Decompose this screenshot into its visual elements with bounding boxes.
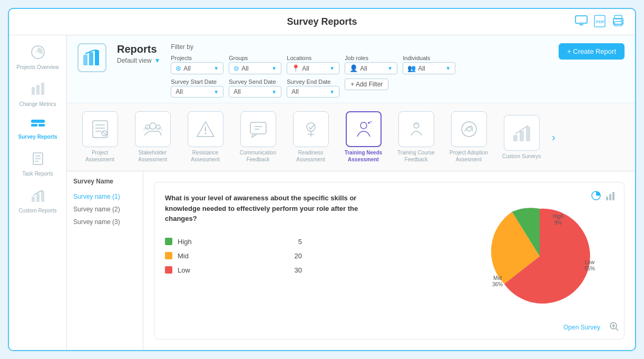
svg-rect-20 xyxy=(32,197,35,202)
svg-point-51 xyxy=(462,122,476,137)
report-card-icons xyxy=(591,190,616,203)
end-date-filter-select[interactable]: All ▼ xyxy=(287,86,339,98)
custom-surveys-icon-box xyxy=(504,115,540,151)
zoom-icon[interactable] xyxy=(609,322,619,334)
bottom-section: Survey Name Survey name (1) Survey name … xyxy=(67,171,635,350)
projects-select-icon: ⊛ xyxy=(175,64,181,72)
svg-rect-58 xyxy=(609,194,611,200)
individuals-filter-select[interactable]: 👥 All ▼ xyxy=(403,62,455,74)
svg-line-36 xyxy=(160,128,162,130)
svg-line-49 xyxy=(370,121,372,122)
pie-chart-container: High 9% Mid 36% Low 55% xyxy=(482,203,598,311)
survey-type-stakeholder-assessment[interactable]: Stakeholder Assessment xyxy=(128,109,178,166)
svg-rect-25 xyxy=(95,50,99,65)
high-value: 5 xyxy=(298,238,302,246)
high-dot xyxy=(165,238,172,245)
add-filter-button[interactable]: + Add Filter xyxy=(345,79,388,90)
survey-type-custom-surveys[interactable]: Custom Surveys xyxy=(496,112,547,162)
filter-group-job-roles: Job roles 👤 All ▼ xyxy=(345,55,397,74)
survey-type-training-needs[interactable]: Training Needs Assessment xyxy=(338,109,388,166)
svg-rect-12 xyxy=(41,83,44,95)
pdf-icon[interactable]: PDF xyxy=(594,15,606,29)
job-roles-filter-select[interactable]: 👤 All ▼ xyxy=(345,62,397,74)
survey-type-communication-feedback[interactable]: Communication Feedback xyxy=(233,109,283,166)
job-roles-filter-value: All xyxy=(360,65,367,72)
survey-type-project-assessment[interactable]: Project Assessment xyxy=(75,109,125,166)
default-view-label: Default view xyxy=(117,57,151,64)
sidebar-item-task-reports[interactable]: Task Reports xyxy=(9,147,66,181)
top-icons: PDF xyxy=(575,15,625,29)
send-date-filter-value: All xyxy=(233,88,240,95)
start-date-chevron-icon: ▼ xyxy=(213,89,219,95)
create-report-button[interactable]: + Create Report xyxy=(559,43,625,60)
pie-chart-svg: High 9% Mid 36% Low 55% xyxy=(482,203,598,309)
carousel-next-arrow[interactable]: › xyxy=(549,129,558,146)
job-roles-chevron-icon: ▼ xyxy=(387,65,393,71)
stakeholder-assessment-label: Stakeholder Assessment xyxy=(130,149,175,163)
sidebar-item-survey-reports[interactable]: Survey Reports xyxy=(9,114,66,144)
survey-list-item-1-label: Survey name (1) xyxy=(73,193,120,200)
svg-text:9%: 9% xyxy=(554,220,562,226)
svg-text:Low: Low xyxy=(585,259,595,265)
svg-text:55%: 55% xyxy=(584,266,595,271)
survey-list-item-3[interactable]: Survey name (3) xyxy=(73,216,136,228)
custom-reports-icon xyxy=(31,188,45,206)
svg-point-46 xyxy=(360,122,367,129)
svg-rect-14 xyxy=(31,124,37,127)
filter-label: Filter by xyxy=(171,43,548,51)
start-date-filter-select[interactable]: All ▼ xyxy=(171,86,223,98)
svg-rect-40 xyxy=(250,122,266,134)
bar-chart-view-icon[interactable] xyxy=(606,190,616,203)
groups-filter-label: Groups xyxy=(229,55,281,61)
svg-rect-55 xyxy=(526,127,530,141)
survey-type-training-course-feedback[interactable]: Training Course Feedback xyxy=(391,109,441,166)
svg-rect-26 xyxy=(93,121,108,138)
survey-list-item-2[interactable]: Survey name (2) xyxy=(73,203,136,216)
groups-filter-select[interactable]: ⊜ All ▼ xyxy=(229,62,281,74)
open-survey-link[interactable]: Open Survey xyxy=(563,324,600,331)
projects-filter-select[interactable]: ⊛ All ▼ xyxy=(171,62,223,74)
survey-carousel: Project Assessment xyxy=(67,103,635,171)
sidebar-label-custom-reports: Custom Reports xyxy=(18,208,56,214)
survey-list-item-1[interactable]: Survey name (1) xyxy=(73,190,136,203)
project-assessment-icon-box xyxy=(82,111,118,147)
sidebar-item-custom-reports[interactable]: Custom Reports xyxy=(9,184,66,218)
filter-group-individuals: Individuals 👥 All ▼ xyxy=(403,55,455,74)
data-table: High 5 Mid 20 Low 30 xyxy=(165,235,302,277)
training-course-feedback-icon-box xyxy=(398,111,434,147)
survey-type-project-adoption[interactable]: Project Adoption Assesment xyxy=(444,109,494,166)
survey-list: Survey Name Survey name (1) Survey name … xyxy=(67,171,143,350)
layout: Projects Overview Change Metrics xyxy=(9,35,635,350)
send-date-filter-select[interactable]: All ▼ xyxy=(229,86,281,98)
sidebar-label-survey-reports: Survey Reports xyxy=(18,134,57,140)
svg-line-67 xyxy=(616,328,618,331)
monitor-icon[interactable] xyxy=(575,15,588,28)
pie-chart-view-icon[interactable] xyxy=(591,190,601,203)
survey-type-resistance-assessment[interactable]: Resistance Assessment xyxy=(180,109,230,166)
svg-rect-54 xyxy=(520,131,524,141)
sidebar-item-projects-overview[interactable]: Projects Overview xyxy=(9,41,66,75)
filter-area: Filter by Projects ⊛ All ▼ Groups xyxy=(171,43,548,98)
sidebar-item-change-metrics[interactable]: Change Metrics xyxy=(9,77,66,112)
svg-rect-23 xyxy=(83,55,87,65)
reports-title-area: Reports Default view ▼ xyxy=(117,43,160,64)
locations-chevron-icon: ▼ xyxy=(329,65,335,71)
print-icon[interactable] xyxy=(612,15,625,29)
individuals-filter-value: All xyxy=(418,65,425,72)
groups-chevron-icon: ▼ xyxy=(271,65,277,71)
low-dot xyxy=(165,266,172,274)
svg-rect-11 xyxy=(36,85,40,95)
readiness-assessment-icon-box xyxy=(293,111,329,147)
mid-dot xyxy=(165,252,172,259)
projects-filter-value: All xyxy=(183,65,190,72)
end-date-chevron-icon: ▼ xyxy=(329,89,335,95)
svg-rect-59 xyxy=(612,192,614,200)
survey-type-readiness-assessment[interactable]: Readiness Assessment xyxy=(286,109,336,166)
default-view-dropdown[interactable]: Default view ▼ xyxy=(117,57,160,64)
chevron-down-icon: ▼ xyxy=(154,57,160,64)
locations-filter-select[interactable]: 📍 All ▼ xyxy=(287,62,339,74)
svg-point-32 xyxy=(150,123,156,129)
filter-row-2: Survey Start Date All ▼ Survey Send Date… xyxy=(171,79,548,98)
project-adoption-icon-box xyxy=(451,111,487,147)
report-content: What is your level of awareness about th… xyxy=(143,171,635,350)
